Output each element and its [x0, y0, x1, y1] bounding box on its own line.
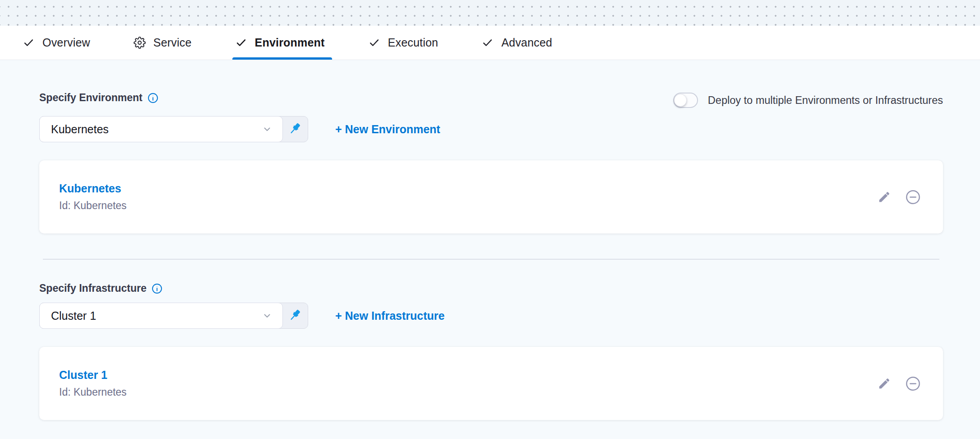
tab-advanced[interactable]: Advanced — [481, 26, 552, 60]
pin-environment-button[interactable] — [283, 117, 308, 142]
check-icon — [368, 37, 380, 49]
edit-icon — [878, 190, 891, 204]
info-icon[interactable] — [152, 283, 162, 294]
remove-infrastructure-button[interactable] — [905, 375, 921, 392]
environment-card-id: Id: Kubernetes — [59, 200, 127, 212]
environment-select-value: Kubernetes — [51, 123, 109, 136]
chevron-down-icon — [262, 310, 273, 321]
infrastructure-select-group: Cluster 1 — [39, 303, 308, 329]
environment-card-text: Kubernetes Id: Kubernetes — [59, 182, 127, 212]
environment-tab-content: Specify Environment Deploy to multiple E… — [0, 60, 980, 420]
specify-infrastructure-label: Specify Infrastructure — [39, 282, 147, 294]
pipeline-canvas-dotted-background — [0, 0, 980, 26]
infrastructure-select-value: Cluster 1 — [51, 309, 96, 322]
pin-icon — [288, 122, 303, 136]
gear-icon — [134, 37, 146, 49]
info-icon[interactable] — [148, 93, 158, 103]
environment-select-group: Kubernetes — [39, 116, 308, 142]
new-environment-link[interactable]: + New Environment — [335, 123, 440, 136]
tab-label: Overview — [42, 36, 90, 49]
minus-circle-icon — [905, 189, 921, 205]
multi-environment-toggle-label: Deploy to multiple Environments or Infra… — [708, 94, 943, 107]
stage-tabs: Overview Service Environment Execution A… — [0, 26, 980, 60]
edit-icon — [878, 377, 891, 390]
remove-environment-button[interactable] — [905, 189, 921, 205]
infrastructure-card-text: Cluster 1 Id: Kubernetes — [59, 369, 127, 398]
new-infrastructure-link[interactable]: + New Infrastructure — [335, 309, 444, 322]
environment-config-page: Overview Service Environment Execution A… — [0, 0, 980, 439]
tab-label: Execution — [388, 36, 439, 49]
tab-service[interactable]: Service — [134, 26, 192, 60]
specify-environment-label: Specify Environment — [39, 92, 143, 104]
multi-environment-toggle[interactable] — [673, 93, 698, 108]
environment-card-title-link[interactable]: Kubernetes — [59, 182, 127, 195]
environment-card: Kubernetes Id: Kubernetes — [39, 160, 943, 234]
edit-environment-button[interactable] — [878, 190, 891, 204]
tab-execution[interactable]: Execution — [368, 26, 439, 60]
chevron-down-icon — [262, 124, 273, 135]
check-icon — [23, 37, 35, 49]
minus-circle-icon — [905, 375, 921, 392]
environment-select[interactable]: Kubernetes — [39, 116, 283, 142]
edit-infrastructure-button[interactable] — [878, 377, 891, 390]
tab-environment[interactable]: Environment — [235, 26, 325, 60]
infrastructure-card-title-link[interactable]: Cluster 1 — [59, 369, 127, 382]
tab-label: Service — [153, 36, 192, 49]
check-icon — [235, 37, 247, 49]
section-divider — [43, 259, 939, 260]
tab-label: Environment — [255, 36, 325, 49]
check-icon — [481, 37, 494, 49]
pin-icon — [288, 308, 303, 323]
tab-overview[interactable]: Overview — [23, 26, 90, 60]
infrastructure-card: Cluster 1 Id: Kubernetes — [39, 347, 943, 420]
infrastructure-card-id: Id: Kubernetes — [59, 386, 127, 398]
infrastructure-select[interactable]: Cluster 1 — [39, 303, 283, 329]
pin-infrastructure-button[interactable] — [283, 303, 308, 328]
tab-label: Advanced — [501, 36, 552, 49]
toggle-knob — [674, 94, 687, 107]
